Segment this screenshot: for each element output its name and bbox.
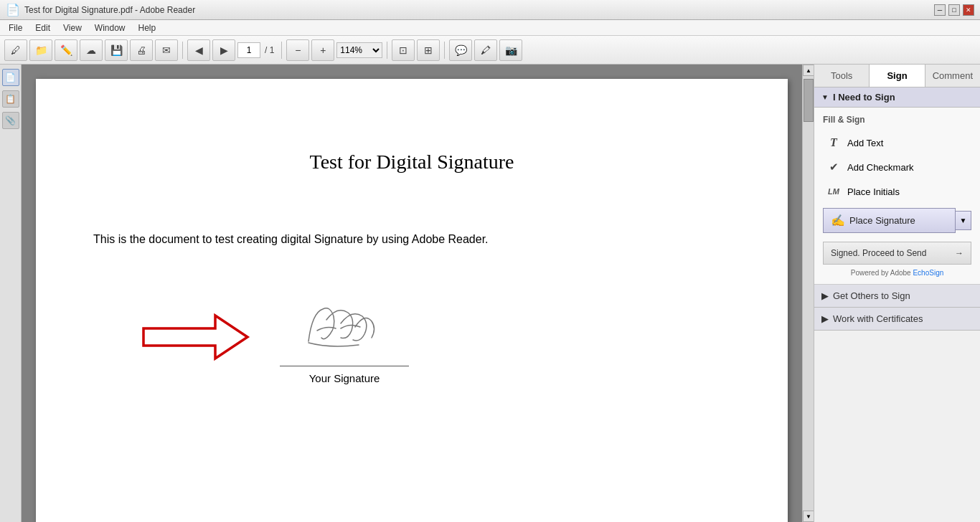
menu-help[interactable]: Help	[133, 22, 162, 34]
powered-by-text: Powered by Adobe EchoSign	[823, 269, 971, 277]
sign-panel: ▼ I Need to Sign Fill & Sign T Add Text …	[814, 87, 980, 522]
toolbar-comment[interactable]: 💬	[449, 39, 472, 61]
zoom-select[interactable]: 114% 50% 75% 100% 125% 150% 200%	[336, 42, 382, 58]
menu-edit[interactable]: Edit	[29, 22, 56, 34]
minimize-button[interactable]: ─	[934, 4, 946, 16]
fill-sign-label: Fill & Sign	[823, 115, 971, 125]
restore-button[interactable]: □	[948, 4, 960, 16]
i-need-sign-content: Fill & Sign T Add Text ✔ Add Checkmark L…	[814, 108, 980, 285]
title-text: Test for Digital Signature.pdf - Adobe R…	[24, 5, 195, 15]
signature-block: Your Signature	[280, 291, 409, 384]
toolbar: 🖊 📁 ✏️ ☁ 💾 🖨 ✉ ◀ ▶ / 1 − + 114% 50% 75% …	[0, 36, 980, 65]
sidebar-icon-bookmark[interactable]: 📋	[2, 90, 19, 108]
toolbar-zoom-out[interactable]: −	[286, 39, 309, 61]
get-others-to-sign-header[interactable]: ▶ Get Others to Sign	[814, 285, 980, 308]
menubar: File Edit View Window Help	[0, 20, 980, 36]
page-input[interactable]	[237, 42, 260, 58]
pdf-document-title: Test for Digital Signature	[93, 151, 730, 174]
toolbar-email[interactable]: ✉	[155, 39, 178, 61]
powered-by-label: Powered by Adobe	[851, 269, 913, 277]
titlebar-controls: ─ □ ✕	[934, 4, 974, 16]
toolbar-snapshot[interactable]: 📷	[499, 39, 522, 61]
toolbar-print[interactable]: 🖨	[130, 39, 153, 61]
tab-comment[interactable]: Comment	[925, 65, 980, 87]
place-signature-button[interactable]: ✍ Place Signature	[823, 208, 956, 233]
menu-view[interactable]: View	[57, 22, 88, 34]
svg-marker-0	[143, 315, 248, 359]
get-others-arrow-icon: ▶	[821, 290, 829, 301]
place-sig-icon: ✍	[831, 214, 845, 227]
toolbar-sep2	[281, 42, 282, 59]
scroll-up-button[interactable]: ▲	[803, 65, 814, 76]
i-need-sign-label: I Need to Sign	[833, 92, 895, 103]
toolbar-fit-page[interactable]: ⊡	[392, 39, 415, 61]
pdf-scrollbar: ▲ ▼	[802, 65, 814, 522]
signature-area: Your Signature	[93, 291, 730, 384]
titlebar-title: 📄 Test for Digital Signature.pdf - Adobe…	[6, 3, 195, 16]
get-others-label: Get Others to Sign	[833, 290, 910, 301]
toolbar-save[interactable]: 💾	[105, 39, 128, 61]
add-checkmark-option[interactable]: ✔ Add Checkmark	[823, 155, 971, 179]
work-certs-label: Work with Certificates	[833, 313, 923, 324]
i-need-sign-arrow: ▼	[821, 93, 829, 101]
right-panel-tabs: Tools Sign Comment	[814, 65, 980, 87]
echosign-link[interactable]: EchoSign	[913, 269, 943, 277]
i-need-to-sign-header[interactable]: ▼ I Need to Sign	[814, 87, 980, 108]
toolbar-sep1	[182, 42, 183, 59]
tab-sign[interactable]: Sign	[870, 65, 925, 87]
menu-window[interactable]: Window	[89, 22, 131, 34]
sidebar-icon-attachments[interactable]: 📎	[2, 112, 19, 129]
place-initials-icon: LM	[826, 184, 842, 199]
main-layout: 📄 📋 📎 Test for Digital Signature This is…	[0, 65, 980, 522]
add-checkmark-icon: ✔	[826, 159, 842, 175]
add-text-label: Add Text	[847, 138, 883, 148]
work-certs-arrow-icon: ▶	[821, 313, 829, 324]
pdf-body-text: This is the document to test creating di…	[93, 231, 730, 248]
sidebar-icon-page[interactable]: 📄	[2, 69, 19, 86]
scroll-track[interactable]	[803, 76, 814, 511]
add-text-icon: T	[826, 135, 842, 151]
toolbar-fit-width[interactable]: ⊞	[417, 39, 440, 61]
tab-tools[interactable]: Tools	[814, 65, 870, 87]
toolbar-sep3	[387, 42, 387, 59]
add-checkmark-label: Add Checkmark	[847, 162, 913, 173]
signed-proceed-arrow-icon: →	[955, 248, 963, 258]
place-signature-dropdown[interactable]: ▼	[956, 211, 971, 230]
toolbar-highlight[interactable]: 🖍	[474, 39, 497, 61]
signature-label: Your Signature	[309, 372, 380, 384]
titlebar: 📄 Test for Digital Signature.pdf - Adobe…	[0, 0, 980, 20]
toolbar-prev[interactable]: ◀	[187, 39, 210, 61]
page-separator: / 1	[262, 45, 277, 55]
signed-proceed-label: Signed. Proceed to Send	[831, 248, 926, 258]
red-arrow	[136, 308, 251, 368]
toolbar-page-nav: / 1	[237, 42, 277, 58]
work-with-certificates-header[interactable]: ▶ Work with Certificates	[814, 308, 980, 331]
place-signature-row: ✍ Place Signature ▼	[823, 208, 971, 233]
toolbar-sep4	[444, 42, 445, 59]
signature-line	[280, 366, 409, 366]
scroll-thumb[interactable]	[804, 79, 814, 122]
signature-image	[287, 291, 402, 363]
menu-file[interactable]: File	[3, 22, 28, 34]
place-initials-label: Place Initials	[847, 186, 900, 197]
dropdown-arrow-icon: ▼	[960, 217, 967, 224]
add-text-option[interactable]: T Add Text	[823, 130, 971, 155]
place-initials-option[interactable]: LM Place Initials	[823, 179, 971, 204]
toolbar-open[interactable]: 📁	[29, 39, 52, 61]
left-sidebar: 📄 📋 📎	[0, 65, 22, 522]
toolbar-next[interactable]: ▶	[212, 39, 235, 61]
pdf-area: Test for Digital Signature This is the d…	[22, 65, 802, 522]
pdf-page: Test for Digital Signature This is the d…	[36, 79, 788, 522]
toolbar-zoom-in[interactable]: +	[311, 39, 334, 61]
right-panel: Tools Sign Comment ▼ I Need to Sign Fill…	[814, 65, 980, 522]
toolbar-new[interactable]: 🖊	[4, 39, 27, 61]
toolbar-save-adobe[interactable]: ☁	[80, 39, 103, 61]
place-sig-label: Place Signature	[849, 215, 915, 226]
signed-proceed-button[interactable]: Signed. Proceed to Send →	[823, 242, 971, 265]
toolbar-edit[interactable]: ✏️	[55, 39, 77, 61]
close-button[interactable]: ✕	[963, 4, 974, 16]
scroll-down-button[interactable]: ▼	[803, 511, 814, 522]
